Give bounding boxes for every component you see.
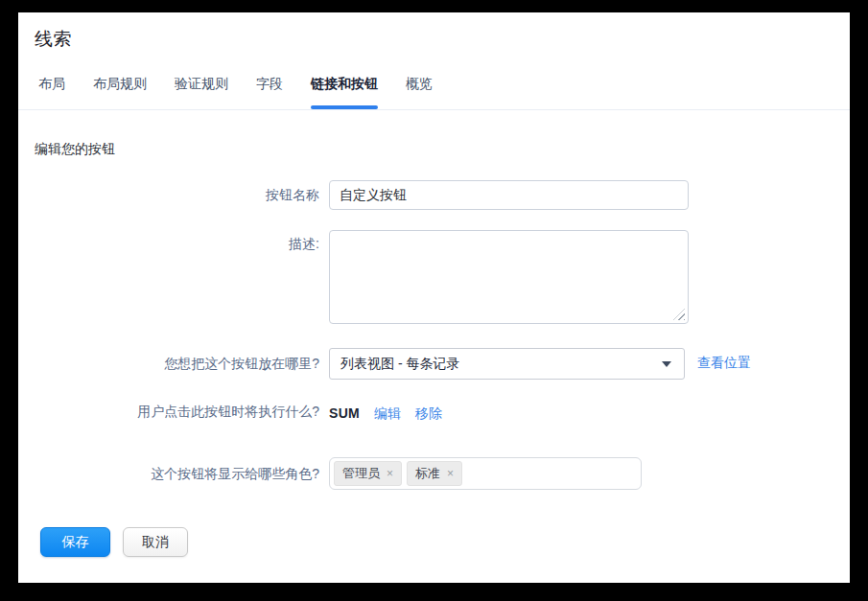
save-button[interactable]: 保存 [40,527,110,557]
tab-layout[interactable]: 布局 [38,74,65,107]
role-tag-name: 管理员 [342,465,380,482]
action-edit-link[interactable]: 编辑 [374,404,401,423]
action-remove-link[interactable]: 移除 [415,404,442,423]
placement-selected-value: 列表视图 - 每条记录 [340,356,459,373]
description-field-wrap [329,230,689,324]
tab-validation-rules[interactable]: 验证规则 [175,74,228,107]
page-title: 线索 [35,27,72,52]
roles-multiselect-input[interactable]: 管理员 × 标准 × [329,457,642,490]
tab-label: 字段 [256,76,283,91]
dropdown-caret-icon [662,361,671,367]
role-tag-name: 标准 [415,465,440,482]
section-heading: 编辑您的按钮 [35,141,115,158]
tab-bar: 布局 布局规则 验证规则 字段 链接和按钮 概览 [18,74,850,110]
roles-label: 这个按钮将显示给哪些角色? [18,466,319,483]
description-textarea[interactable] [329,230,689,324]
tab-overview[interactable]: 概览 [406,74,433,107]
button-name-input[interactable] [329,180,689,210]
action-function-name: SUM [329,404,360,423]
remove-tag-icon[interactable]: × [387,467,393,480]
cancel-button[interactable]: 取消 [123,527,188,557]
role-tag: 标准 × [407,461,462,486]
action-label: 用户点击此按钮时将执行什么? [18,404,319,421]
placement-label: 您想把这个按钮放在哪里? [18,356,319,373]
remove-tag-icon[interactable]: × [447,467,454,480]
description-label: 描述: [18,236,319,253]
tab-label: 链接和按钮 [311,76,378,91]
tab-label: 概览 [406,76,433,91]
footer-actions: 保存 取消 [40,527,188,557]
placement-select[interactable]: 列表视图 - 每条记录 [329,348,685,380]
tab-fields[interactable]: 字段 [256,74,283,107]
view-location-link[interactable]: 查看位置 [697,355,751,372]
tab-links-and-buttons[interactable]: 链接和按钮 [311,74,378,107]
tab-label: 验证规则 [175,76,228,91]
tab-label: 布局规则 [93,76,147,91]
role-tag: 管理员 × [334,461,402,486]
tab-label: 布局 [38,76,65,91]
active-tab-indicator [311,105,378,109]
settings-panel: 线索 布局 布局规则 验证规则 字段 链接和按钮 概览 编辑您的按钮 按钮名称 … [18,12,850,583]
action-row: SUM 编辑 移除 [329,404,442,423]
button-name-label: 按钮名称 [18,187,319,204]
tab-layout-rules[interactable]: 布局规则 [93,74,147,107]
